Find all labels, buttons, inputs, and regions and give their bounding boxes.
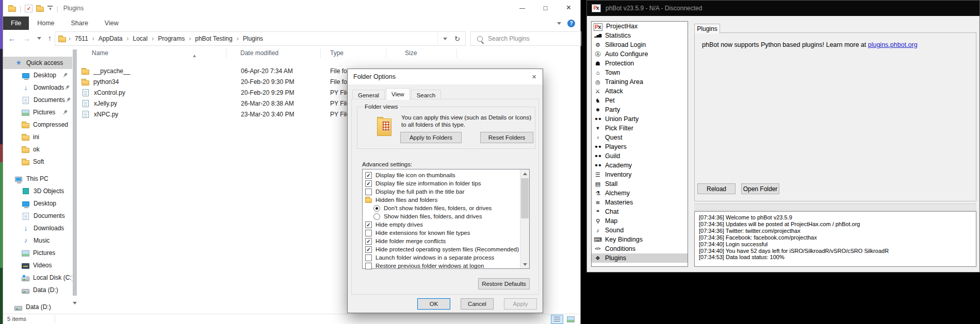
sort-ascending-icon[interactable] [193, 47, 196, 55]
nav-scrollbar[interactable] [72, 46, 77, 314]
tab-file[interactable]: File [3, 16, 29, 30]
sidebar-item-quick-access[interactable]: Quick access [3, 57, 72, 69]
breadcrumb-item-phbot-testing[interactable]: phBot Testing [193, 35, 234, 42]
phbot-sidebar-item-projecthax[interactable]: PxProjectHax [592, 22, 688, 31]
column-header-size[interactable]: Size [386, 49, 457, 58]
address-bar[interactable]: ›7511›AppData›Local›Programs›phBot Testi… [55, 31, 466, 46]
open-folder-button[interactable]: Open Folder [741, 183, 779, 194]
up-icon[interactable]: ↑ [48, 35, 52, 42]
thumbnails-view-button[interactable] [564, 315, 577, 324]
setting-row-display-the-full-path-in-the-title-bar[interactable]: Display the full path in the title bar [363, 187, 520, 196]
close-icon[interactable] [557, 0, 580, 15]
sidebar-item-ok[interactable]: ok [3, 143, 72, 156]
properties-check-icon[interactable] [25, 5, 32, 12]
restore-defaults-button[interactable]: Restore Defaults [478, 278, 530, 289]
sidebar-item-this-pc[interactable]: This PC [3, 173, 72, 185]
phbot-sidebar-item-guild[interactable]: ☻☻Guild [592, 151, 688, 161]
setting-row-hide-empty-drives[interactable]: Hide empty drives [363, 220, 520, 229]
details-view-button[interactable] [551, 315, 563, 324]
setting-row-hide-extensions-for-known-file-types[interactable]: Hide extensions for known file types [363, 229, 520, 237]
sidebar-item-soft[interactable]: Soft [3, 156, 72, 168]
unchecked-checkbox-icon[interactable] [365, 189, 372, 195]
unchecked-checkbox-icon[interactable] [365, 230, 372, 236]
scroll-down-icon[interactable] [520, 260, 529, 268]
reset-folders-button[interactable]: Reset Folders [480, 132, 533, 143]
phbot-sidebar-item-map[interactable]: ⚲Map [592, 216, 688, 226]
back-icon[interactable]: ← [8, 35, 16, 42]
phbot-sidebar-item-inventory[interactable]: ☰Inventory [592, 170, 688, 179]
phbot-sidebar-item-auto-configure[interactable]: ⒶAuto Configure [592, 49, 688, 59]
help-icon[interactable]: ? [567, 20, 575, 27]
plugins-link[interactable]: plugins.phbot.org [868, 41, 918, 48]
phbot-sidebar-item-chat[interactable]: ❝Chat [592, 207, 688, 216]
tab-view[interactable]: View [96, 16, 127, 30]
checked-checkbox-icon[interactable] [365, 172, 372, 179]
collapse-ribbon-icon[interactable] [557, 22, 561, 25]
phbot-sidebar-item-stall[interactable]: ▤Stall [592, 179, 688, 189]
phbot-tab-plugins[interactable]: Plugins [694, 24, 720, 33]
sidebar-item-desktop[interactable]: Desktop [3, 197, 72, 210]
address-dropdown-icon[interactable] [443, 38, 447, 40]
breadcrumb-item-local[interactable]: Local [132, 35, 150, 42]
phbot-sidebar-item-party[interactable]: ☻Party [592, 105, 688, 114]
minimize-icon[interactable] [511, 0, 534, 15]
setting-row-hide-folder-merge-conflicts[interactable]: Hide folder merge conflicts [363, 237, 520, 245]
radio-off-icon[interactable] [373, 213, 380, 220]
nav-scroll-down-icon[interactable] [73, 302, 77, 306]
ok-button[interactable]: OK [417, 298, 450, 310]
phbot-sidebar-item-silkroad-login[interactable]: ⚙Silkroad Login [592, 40, 688, 49]
sidebar-item-data-d[interactable]: Data (D:) [3, 284, 72, 296]
radio-on-icon[interactable] [373, 205, 380, 212]
phbot-sidebar-item-town[interactable]: ⌂Town [592, 68, 688, 77]
nav-scrollbar-thumb[interactable] [73, 49, 77, 296]
unchecked-checkbox-icon[interactable] [365, 263, 372, 269]
new-folder-icon[interactable] [36, 7, 44, 12]
tab-share[interactable]: Share [63, 16, 96, 30]
phbot-titlebar[interactable]: Px phBot v23.5.9 - N/A - Disconnected [587, 1, 979, 16]
setting-row-show-hidden-files-folders-and-drives[interactable]: Show hidden files, folders, and drives [363, 212, 520, 220]
sidebar-item-desktop[interactable]: Desktop [3, 69, 72, 81]
scroll-up-icon[interactable] [520, 169, 529, 178]
sidebar-item-pictures[interactable]: Pictures [3, 106, 72, 118]
settings-scrollbar[interactable] [520, 169, 529, 268]
tab-view[interactable]: View [386, 88, 410, 100]
sidebar-item-downloads[interactable]: Downloads [3, 222, 72, 234]
phbot-sidebar-item-sound[interactable]: ♪Sound [592, 226, 688, 235]
checked-checkbox-icon[interactable] [365, 180, 372, 187]
maximize-icon[interactable] [534, 0, 557, 15]
sidebar-item-ini[interactable]: ini [3, 131, 72, 143]
column-header-type[interactable]: Type [321, 49, 386, 58]
setting-row-restore-previous-folder-windows-at-logon[interactable]: Restore previous folder windows at logon [363, 262, 520, 270]
phbot-sidebar-item-key-bindings[interactable]: ⌨Key Bindings [592, 235, 688, 244]
phbot-sidebar-item-training-area[interactable]: ◎Training Area [592, 77, 688, 87]
phbot-sidebar-item-attack[interactable]: ⚔Attack [592, 87, 688, 96]
setting-row-don-t-show-hidden-files-folders-or-drive[interactable]: Don't show hidden files, folders, or dri… [363, 204, 520, 212]
reload-button[interactable]: Reload [697, 183, 736, 194]
unchecked-checkbox-icon[interactable] [365, 254, 372, 261]
sidebar-item-data-d[interactable]: Data (D:) [3, 301, 72, 313]
dialog-close-icon[interactable] [532, 72, 536, 81]
search-input[interactable]: Search Plugins [470, 31, 581, 46]
column-header-name[interactable]: Name [80, 49, 226, 58]
sidebar-item-music[interactable]: Music [3, 234, 72, 247]
setting-row-hidden-files-and-folders[interactable]: Hidden files and folders [363, 196, 520, 204]
checked-checkbox-icon[interactable] [365, 246, 372, 253]
phbot-sidebar-item-alchemy[interactable]: ⚗Alchemy [592, 189, 688, 198]
sidebar-item-local-disk-c[interactable]: Local Disk (C:) [3, 271, 72, 284]
recent-locations-icon[interactable] [37, 37, 41, 40]
sidebar-item-documents[interactable]: Documents [3, 94, 72, 106]
tab-general[interactable]: General [352, 90, 385, 100]
breadcrumb-item-appdata[interactable]: AppData [97, 35, 124, 42]
phbot-sidebar-item-academy[interactable]: ☻☻Academy [592, 161, 688, 170]
dialog-titlebar[interactable]: Folder Options [348, 69, 543, 84]
sidebar-item-videos[interactable]: Videos [3, 259, 72, 271]
phbot-sidebar-item-masteries[interactable]: ≋Masteries [592, 198, 688, 207]
sidebar-item-compressed[interactable]: Compressed [3, 118, 72, 131]
splitter-handle[interactable] [694, 203, 976, 211]
cancel-button[interactable]: Cancel [461, 298, 494, 310]
breadcrumb-item-7511[interactable]: 7511 [73, 35, 90, 42]
settings-scrollbar-thumb[interactable] [521, 178, 529, 218]
column-header-date-modified[interactable]: Date modified [226, 49, 321, 58]
refresh-icon[interactable] [454, 34, 460, 43]
phbot-sidebar-item-players[interactable]: ☻☻Players [592, 142, 688, 151]
